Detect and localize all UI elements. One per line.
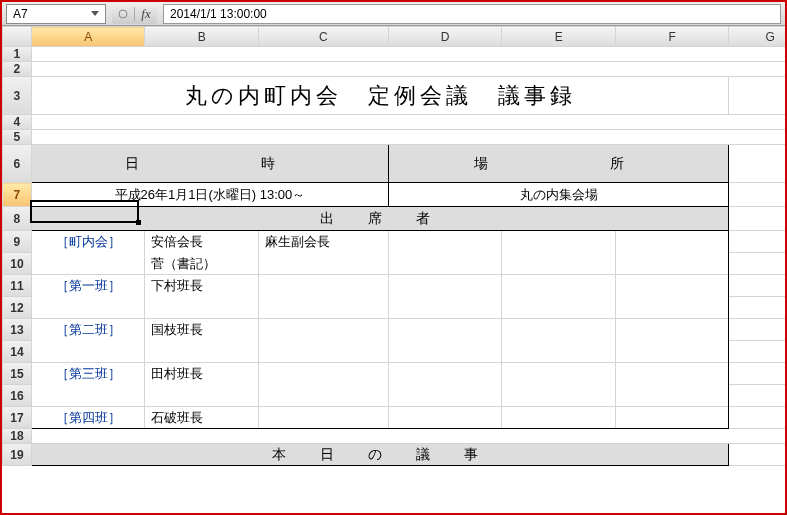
cell[interactable] bbox=[145, 385, 259, 407]
row-header[interactable]: 5 bbox=[3, 130, 32, 145]
cell[interactable] bbox=[258, 385, 388, 407]
attendee-group-label[interactable]: ［第四班］ bbox=[31, 407, 145, 429]
row-header[interactable]: 18 bbox=[3, 429, 32, 444]
cell[interactable] bbox=[729, 207, 785, 231]
row-header[interactable]: 4 bbox=[3, 115, 32, 130]
cell[interactable] bbox=[388, 253, 502, 275]
cell[interactable] bbox=[729, 407, 785, 429]
cell[interactable] bbox=[258, 253, 388, 275]
cell[interactable] bbox=[388, 319, 502, 341]
row-header[interactable]: 7 bbox=[3, 183, 32, 207]
cell[interactable] bbox=[502, 297, 616, 319]
row-header[interactable]: 19 bbox=[3, 444, 32, 466]
cell[interactable] bbox=[31, 297, 145, 319]
row-header[interactable]: 16 bbox=[3, 385, 32, 407]
attendee-name[interactable]: 石破班長 bbox=[145, 407, 259, 429]
cell[interactable] bbox=[388, 275, 502, 297]
cell[interactable] bbox=[502, 407, 616, 429]
cell[interactable] bbox=[31, 385, 145, 407]
attendee-name[interactable]: 菅（書記） bbox=[145, 253, 259, 275]
row-header[interactable]: 13 bbox=[3, 319, 32, 341]
cell[interactable] bbox=[258, 363, 388, 385]
col-header-G[interactable]: G bbox=[729, 27, 785, 47]
cell[interactable] bbox=[31, 429, 785, 444]
header-place[interactable]: 場 所 bbox=[388, 145, 729, 183]
cell[interactable] bbox=[502, 319, 616, 341]
cell[interactable] bbox=[502, 363, 616, 385]
cell[interactable] bbox=[258, 319, 388, 341]
cell[interactable] bbox=[145, 297, 259, 319]
cell[interactable] bbox=[615, 275, 729, 297]
row-header[interactable]: 6 bbox=[3, 145, 32, 183]
cell[interactable] bbox=[388, 231, 502, 253]
cell[interactable] bbox=[729, 385, 785, 407]
cell[interactable] bbox=[729, 231, 785, 253]
cell[interactable] bbox=[502, 341, 616, 363]
row-header[interactable]: 2 bbox=[3, 62, 32, 77]
cell[interactable] bbox=[729, 183, 785, 207]
value-place[interactable]: 丸の内集会場 bbox=[388, 183, 729, 207]
cell[interactable] bbox=[615, 385, 729, 407]
cell[interactable] bbox=[31, 47, 785, 62]
cell[interactable] bbox=[502, 385, 616, 407]
cell[interactable] bbox=[615, 253, 729, 275]
attendee-name[interactable]: 国枝班長 bbox=[145, 319, 259, 341]
cell[interactable] bbox=[729, 253, 785, 275]
cell[interactable] bbox=[502, 231, 616, 253]
name-box[interactable]: A7 bbox=[6, 4, 106, 24]
cell[interactable] bbox=[31, 130, 785, 145]
attendee-group-label[interactable]: ［第二班］ bbox=[31, 319, 145, 341]
attendee-name[interactable]: 安倍会長 bbox=[145, 231, 259, 253]
cell[interactable] bbox=[615, 363, 729, 385]
col-header-B[interactable]: B bbox=[145, 27, 259, 47]
attendee-name[interactable]: 下村班長 bbox=[145, 275, 259, 297]
cancel-icon[interactable] bbox=[112, 5, 134, 23]
cell[interactable] bbox=[729, 363, 785, 385]
row-header[interactable]: 10 bbox=[3, 253, 32, 275]
spreadsheet-grid[interactable]: A B C D E F G 1 2 3 丸の内町内会 定例会議 議事録 4 5 … bbox=[2, 26, 785, 513]
cell[interactable] bbox=[31, 62, 785, 77]
row-header[interactable]: 1 bbox=[3, 47, 32, 62]
cell[interactable] bbox=[388, 297, 502, 319]
cell[interactable] bbox=[388, 407, 502, 429]
col-header-D[interactable]: D bbox=[388, 27, 502, 47]
select-all-corner[interactable] bbox=[3, 27, 32, 47]
row-header[interactable]: 9 bbox=[3, 231, 32, 253]
row-header[interactable]: 14 bbox=[3, 341, 32, 363]
cell[interactable] bbox=[615, 407, 729, 429]
attendee-name[interactable]: 田村班長 bbox=[145, 363, 259, 385]
cell[interactable] bbox=[729, 341, 785, 363]
chevron-down-icon[interactable] bbox=[91, 11, 99, 16]
cell[interactable] bbox=[729, 444, 785, 466]
row-header[interactable]: 11 bbox=[3, 275, 32, 297]
row-header[interactable]: 15 bbox=[3, 363, 32, 385]
cell[interactable] bbox=[258, 297, 388, 319]
col-header-E[interactable]: E bbox=[502, 27, 616, 47]
header-agenda[interactable]: 本 日 の 議 事 bbox=[31, 444, 729, 466]
cell[interactable] bbox=[729, 275, 785, 297]
attendee-name[interactable]: 麻生副会長 bbox=[258, 231, 388, 253]
cell[interactable] bbox=[729, 297, 785, 319]
cell[interactable] bbox=[258, 341, 388, 363]
header-attendees[interactable]: 出 席 者 bbox=[31, 207, 729, 231]
col-header-F[interactable]: F bbox=[615, 27, 729, 47]
cell[interactable] bbox=[729, 77, 785, 115]
cell[interactable] bbox=[615, 231, 729, 253]
cell[interactable] bbox=[502, 275, 616, 297]
row-header[interactable]: 3 bbox=[3, 77, 32, 115]
cell[interactable] bbox=[31, 115, 785, 130]
row-header[interactable]: 12 bbox=[3, 297, 32, 319]
attendee-group-label[interactable]: ［第一班］ bbox=[31, 275, 145, 297]
formula-input[interactable]: 2014/1/1 13:00:00 bbox=[163, 4, 781, 24]
attendee-group-label[interactable]: ［町内会］ bbox=[31, 231, 145, 253]
cell[interactable] bbox=[615, 341, 729, 363]
col-header-C[interactable]: C bbox=[258, 27, 388, 47]
cell[interactable] bbox=[388, 341, 502, 363]
header-datetime[interactable]: 日 時 bbox=[31, 145, 388, 183]
cell[interactable] bbox=[615, 297, 729, 319]
cell[interactable] bbox=[31, 253, 145, 275]
cell[interactable] bbox=[388, 363, 502, 385]
cell[interactable] bbox=[615, 319, 729, 341]
value-datetime[interactable]: 平成26年1月1日(水曜日) 13:00～ bbox=[31, 183, 388, 207]
row-header[interactable]: 8 bbox=[3, 207, 32, 231]
